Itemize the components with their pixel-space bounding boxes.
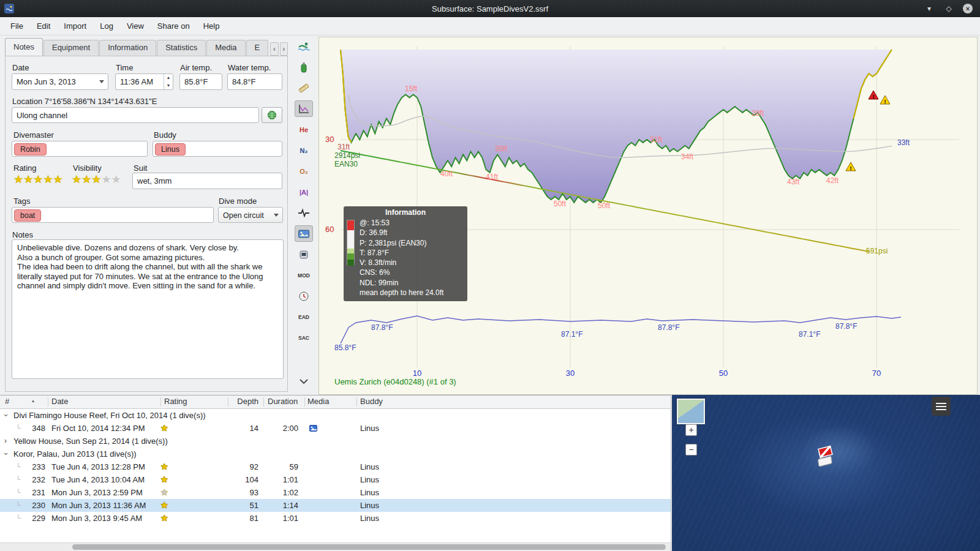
globe-button[interactable]: [262, 107, 282, 123]
menu-share-on[interactable]: Share on: [151, 18, 197, 34]
dc-reported-ceiling-icon[interactable]: [295, 246, 313, 263]
menu-view[interactable]: View: [120, 18, 151, 34]
menu-edit[interactable]: Edit: [30, 18, 57, 34]
ndl-icon[interactable]: [295, 288, 313, 304]
mod-icon[interactable]: MOD: [295, 267, 313, 283]
dive-buddy: Linus: [360, 499, 379, 512]
collapse-icon[interactable]: [295, 373, 313, 389]
expand-icon[interactable]: ›: [4, 435, 7, 448]
menu-import[interactable]: Import: [57, 18, 93, 34]
menu-file[interactable]: File: [4, 18, 30, 34]
svg-text:70: 70: [872, 369, 881, 378]
dive-date: Tue Jun 4, 2013 10:04 AM: [51, 473, 145, 486]
chevron-down-icon: [99, 80, 104, 83]
maximize-button[interactable]: ◇: [943, 3, 954, 14]
dive-map[interactable]: + −: [672, 395, 980, 551]
trip-row[interactable]: ›Yellow House, Sun Sep 21, 2014 (1 dive(…: [0, 435, 671, 448]
visibility-stars[interactable]: ★★★★★: [72, 173, 121, 186]
menu-log[interactable]: Log: [93, 18, 120, 34]
trip-row[interactable]: ›Divi Flamingo House Reef, Fri Oct 10, 2…: [0, 409, 671, 422]
tab-statistics[interactable]: Statistics: [157, 40, 206, 56]
ruler-icon[interactable]: [295, 80, 313, 96]
horizontal-scrollbar[interactable]: [0, 542, 671, 551]
tree-connector: └: [16, 486, 21, 499]
zoom-out-button[interactable]: −: [685, 444, 697, 455]
close-button[interactable]: ×: [963, 4, 973, 13]
column-header-date[interactable]: Date: [51, 397, 68, 406]
heart-rate-icon[interactable]: [295, 204, 313, 221]
tank-bar-icon[interactable]: [295, 59, 313, 75]
he-graph-icon[interactable]: He: [295, 121, 313, 138]
tooltip-color-strip: [347, 220, 355, 265]
water-temp-field[interactable]: [227, 73, 282, 90]
scale-toggle-icon[interactable]: [295, 100, 313, 117]
tab-information[interactable]: Information: [99, 40, 156, 56]
dive-flag-marker[interactable]: [812, 441, 840, 470]
dive-row[interactable]: └230Mon Jun 3, 2013 11:36 AM★★★★★511:14L…: [0, 499, 671, 512]
menu-help[interactable]: Help: [197, 18, 227, 34]
time-spinner[interactable]: 11:36 AM ▲▼: [115, 73, 173, 90]
tab-scroll-right[interactable]: ›: [280, 42, 288, 56]
visibility-stars[interactable]: ★★★★★: [72, 173, 121, 186]
trip-label: Yellow House, Sun Sep 21, 2014 (1 dive(s…: [13, 435, 168, 448]
tab-scroll-left[interactable]: ‹: [270, 42, 278, 56]
column-header-duration[interactable]: Duration: [268, 397, 298, 406]
location-field[interactable]: [12, 107, 259, 123]
column-header-num[interactable]: #: [5, 397, 9, 406]
media-icon[interactable]: [309, 424, 317, 432]
map-menu-button[interactable]: [932, 397, 951, 416]
dive-row[interactable]: └348Fri Oct 10, 2014 12:34 PM★★★★★142:00…: [0, 422, 671, 435]
buddy-chip[interactable]: Linus: [155, 143, 186, 156]
o2-graph-icon[interactable]: O₂: [295, 163, 313, 179]
tab-media[interactable]: Media: [206, 40, 245, 56]
dive-row[interactable]: └229Mon Jun 3, 2013 9:45 AM★★★★★811:01Li…: [0, 512, 671, 525]
time-spin-buttons[interactable]: ▲▼: [164, 74, 173, 89]
dive-list: #DateRatingDepthDurationMediaBuddy▴ ›Div…: [0, 395, 671, 551]
collapse-icon[interactable]: ›: [0, 414, 12, 416]
overview-minimap[interactable]: [677, 399, 705, 424]
dive-mode-select[interactable]: Open circuit: [218, 207, 283, 223]
column-header-buddy[interactable]: Buddy: [360, 397, 383, 406]
column-header-depth[interactable]: Depth: [230, 397, 258, 406]
buddy-field[interactable]: Linus: [153, 141, 282, 157]
zoom-in-button[interactable]: +: [685, 424, 697, 436]
dive-row[interactable]: └231Mon Jun 3, 2013 2:59 PM★★★★★931:02Li…: [0, 486, 671, 499]
tab-equipment[interactable]: Equipment: [43, 40, 99, 56]
dive-site-icon[interactable]: [295, 38, 313, 54]
air-temp-field[interactable]: [179, 73, 222, 90]
tab-e[interactable]: E: [246, 40, 269, 56]
tree-connector: └: [16, 512, 21, 525]
dive-depth: 14: [230, 422, 258, 435]
photos-icon[interactable]: [295, 225, 313, 242]
dive-buddy: Linus: [360, 512, 379, 525]
sac-icon[interactable]: SAC: [295, 329, 313, 346]
divemaster-chip[interactable]: Robin: [14, 143, 47, 156]
column-header-rating[interactable]: Rating: [164, 397, 187, 406]
divemaster-field[interactable]: Robin: [12, 141, 148, 157]
ead-icon[interactable]: EAD: [295, 309, 313, 325]
trip-row[interactable]: ›Koror, Palau, Jun 2013 (11 dive(s)): [0, 448, 671, 460]
dive-row[interactable]: └232Tue Jun 4, 2013 10:04 AM★★★★★1041:01…: [0, 473, 671, 486]
suit-field[interactable]: [132, 173, 282, 189]
date-select[interactable]: Mon Jun 3, 2013: [12, 73, 108, 90]
tag-chip[interactable]: boat: [14, 209, 41, 222]
svg-text:50ft: 50ft: [554, 200, 567, 208]
svg-text:30: 30: [566, 369, 575, 378]
tab-notes[interactable]: Notes: [5, 38, 43, 56]
rating-label: Rating: [13, 163, 37, 173]
column-header-media[interactable]: Media: [307, 397, 329, 406]
tags-field[interactable]: boat: [12, 207, 214, 223]
collapse-icon[interactable]: ›: [0, 452, 12, 455]
minimize-button[interactable]: ▾: [924, 3, 935, 14]
n2-graph-icon[interactable]: N₂: [295, 142, 313, 159]
notes-textarea[interactable]: Unbelievable dive. Dozens and dozens of …: [12, 239, 284, 379]
svg-text:!: !: [884, 99, 886, 105]
scrollbar-thumb[interactable]: [72, 544, 666, 550]
rating-stars[interactable]: ★★★★★: [13, 173, 63, 186]
air-toggle-icon[interactable]: |A|: [295, 184, 313, 200]
dive-duration: 59: [268, 460, 298, 473]
dive-number: 230: [27, 499, 45, 512]
dive-depth: 104: [230, 473, 258, 486]
rating-stars[interactable]: ★★★★★: [13, 173, 63, 186]
dive-row[interactable]: └233Tue Jun 4, 2013 12:28 PM★★★★★9259Lin…: [0, 460, 671, 473]
